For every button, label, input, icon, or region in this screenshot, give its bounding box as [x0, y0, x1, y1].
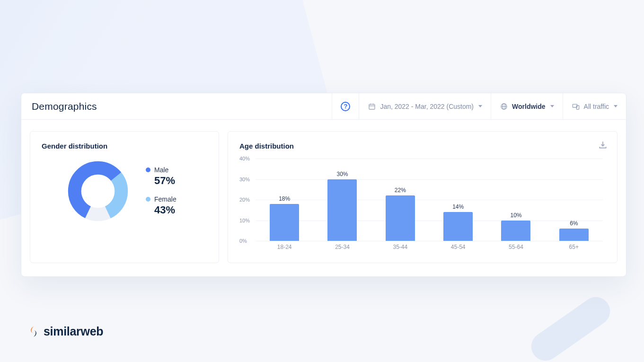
bar-column: 18% — [268, 195, 300, 241]
legend-row-female: Female 43% — [146, 195, 176, 216]
y-tick-label: 10% — [239, 218, 250, 223]
legend-dot-female — [146, 197, 150, 202]
gender-legend: Male 57% Female 43% — [146, 166, 176, 216]
age-x-axis: 18-2425-3435-4445-5455-6465+ — [256, 241, 603, 253]
gender-card-title: Gender distribution — [42, 142, 207, 150]
svg-rect-0 — [369, 104, 375, 109]
chevron-down-icon — [614, 105, 618, 107]
bar — [327, 179, 357, 241]
age-distribution-card: Age distribution 0%10%20%30%40%18%30%22%… — [228, 131, 618, 263]
traffic-label: All traffic — [584, 103, 609, 110]
chevron-down-icon — [550, 105, 554, 107]
age-bar-chart: 0%10%20%30%40%18%30%22%14%10%6% 18-2425-… — [256, 159, 603, 253]
y-tick-label: 0% — [239, 238, 247, 244]
x-category-label: 35-44 — [384, 244, 416, 250]
similarweb-logo-icon — [27, 326, 40, 338]
download-icon[interactable] — [598, 140, 608, 150]
bar-column: 22% — [384, 187, 416, 241]
legend-row-male: Male 57% — [146, 166, 176, 187]
gender-card-body: Male 57% Female 43% — [67, 159, 207, 226]
legend-label-male: Male — [154, 166, 168, 174]
bar-column: 14% — [442, 203, 474, 241]
demographics-panel: Demographics ? Jan, 2022 - Mar, 2022 (Cu… — [21, 93, 626, 277]
brand-logo-block: similarweb — [27, 325, 103, 338]
bar — [386, 195, 415, 241]
region-filter[interactable]: Worldwide — [491, 93, 563, 119]
x-category-label: 45-54 — [442, 244, 474, 250]
bar-value-label: 10% — [510, 212, 521, 219]
x-category-label: 18-24 — [268, 244, 300, 250]
bar — [501, 221, 530, 241]
x-category-label: 55-64 — [500, 244, 532, 250]
globe-icon — [500, 102, 508, 111]
background-pill — [526, 291, 616, 362]
bar — [443, 212, 473, 241]
legend-value-male: 57% — [146, 175, 176, 187]
chevron-down-icon — [478, 105, 482, 107]
page-title: Demographics — [21, 93, 332, 119]
help-icon[interactable]: ? — [341, 102, 350, 111]
date-range-filter[interactable]: Jan, 2022 - Mar, 2022 (Custom) — [359, 93, 491, 119]
x-category-label: 25-34 — [326, 244, 358, 250]
date-range-label: Jan, 2022 - Mar, 2022 (Custom) — [380, 103, 474, 110]
bar-column: 10% — [500, 212, 532, 241]
bar-value-label: 14% — [452, 203, 464, 210]
help-cell: ? — [332, 93, 359, 119]
bar-value-label: 6% — [570, 220, 578, 227]
devices-icon — [572, 102, 580, 111]
brand-name: similarweb — [44, 325, 103, 338]
legend-dot-male — [146, 168, 150, 172]
bar-value-label: 18% — [279, 195, 290, 202]
calendar-icon — [368, 102, 376, 111]
panel-body: Gender distribution Male 57 — [21, 120, 626, 276]
age-card-title: Age distribution — [239, 142, 606, 150]
bar-value-label: 30% — [336, 171, 348, 177]
gender-distribution-card: Gender distribution Male 57 — [30, 131, 219, 263]
gender-donut-chart — [67, 160, 129, 222]
age-plot-area: 0%10%20%30%40%18%30%22%14%10%6% — [256, 159, 603, 241]
bars-row: 18%30%22%14%10%6% — [256, 159, 603, 241]
y-tick-label: 20% — [239, 197, 250, 203]
legend-value-female: 43% — [146, 204, 176, 216]
y-tick-label: 40% — [239, 156, 250, 161]
panel-header: Demographics ? Jan, 2022 - Mar, 2022 (Cu… — [21, 93, 626, 120]
x-category-label: 65+ — [558, 244, 590, 250]
bar-value-label: 22% — [395, 187, 406, 194]
bar — [559, 229, 589, 241]
y-tick-label: 30% — [239, 177, 250, 182]
traffic-filter[interactable]: All traffic — [563, 93, 626, 119]
legend-label-female: Female — [154, 195, 176, 203]
bar-column: 30% — [326, 171, 358, 241]
bar — [270, 204, 299, 241]
region-label: Worldwide — [512, 103, 546, 110]
bar-column: 6% — [558, 220, 590, 241]
